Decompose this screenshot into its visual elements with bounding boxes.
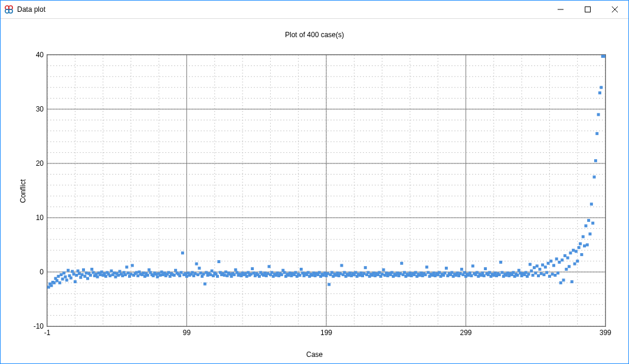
data-point xyxy=(460,268,463,271)
data-point xyxy=(587,219,590,222)
data-point xyxy=(425,265,428,268)
data-point xyxy=(499,261,502,264)
data-point xyxy=(204,283,207,286)
data-point xyxy=(155,273,158,276)
data-point xyxy=(124,273,127,276)
data-point xyxy=(299,274,302,277)
x-axis-label: Case xyxy=(1,350,628,359)
data-point xyxy=(270,271,273,274)
data-point xyxy=(340,264,343,267)
data-point xyxy=(250,273,253,276)
data-point xyxy=(100,271,103,274)
data-point xyxy=(268,265,271,268)
data-point xyxy=(71,270,74,273)
data-point xyxy=(235,271,238,274)
plot-area[interactable]: -10010203040-199199299399 xyxy=(47,54,606,327)
data-point xyxy=(516,274,519,277)
data-point xyxy=(538,268,541,271)
data-point xyxy=(117,274,120,277)
data-point xyxy=(565,268,568,271)
data-point xyxy=(169,275,172,278)
data-point xyxy=(86,277,89,280)
data-point xyxy=(545,271,548,274)
x-tick-label: -1 xyxy=(44,329,51,337)
data-point xyxy=(544,265,547,268)
data-point xyxy=(57,275,60,278)
data-point xyxy=(181,251,184,254)
data-point xyxy=(58,281,61,284)
data-point xyxy=(198,267,201,270)
data-point xyxy=(118,270,121,273)
data-point xyxy=(240,274,243,277)
data-point xyxy=(424,273,427,276)
data-point xyxy=(209,273,212,276)
data-point xyxy=(92,271,95,274)
data-point xyxy=(109,274,112,277)
data-point xyxy=(540,272,543,275)
data-point xyxy=(224,271,227,274)
data-point xyxy=(604,55,606,58)
data-point xyxy=(148,268,150,271)
data-point xyxy=(336,271,339,274)
data-point xyxy=(163,271,166,274)
data-point xyxy=(326,272,329,275)
data-point xyxy=(174,269,177,272)
data-point xyxy=(129,273,132,276)
data-point xyxy=(459,272,462,275)
data-point xyxy=(532,274,535,277)
data-point xyxy=(488,271,491,274)
data-point xyxy=(135,271,138,274)
data-point xyxy=(469,271,471,274)
data-point xyxy=(533,266,536,269)
titlebar[interactable]: Data plot xyxy=(1,1,628,19)
data-point xyxy=(500,271,503,274)
data-point xyxy=(251,267,254,270)
data-point xyxy=(593,176,596,179)
data-point xyxy=(96,276,99,278)
chart-container: Plot of 400 case(s) Conflict Case -10010… xyxy=(1,19,628,363)
data-point xyxy=(125,265,128,268)
data-point xyxy=(399,272,402,275)
data-point xyxy=(517,269,520,272)
data-point xyxy=(339,272,342,275)
data-point xyxy=(572,249,575,252)
data-point xyxy=(103,272,106,275)
data-point xyxy=(445,267,448,270)
data-point xyxy=(588,232,591,235)
data-point xyxy=(542,273,545,276)
data-point xyxy=(327,283,330,286)
data-point xyxy=(99,273,101,276)
data-point xyxy=(362,272,365,275)
y-tick-label: -10 xyxy=(34,322,44,330)
data-point xyxy=(65,278,68,281)
minimize-button[interactable] xyxy=(547,1,574,18)
data-point xyxy=(113,271,116,274)
y-tick-label: 20 xyxy=(36,159,44,168)
data-point xyxy=(77,270,80,273)
data-point xyxy=(72,273,75,276)
data-point xyxy=(247,271,250,274)
data-point xyxy=(597,113,600,116)
data-point xyxy=(586,244,589,247)
data-point xyxy=(470,274,473,277)
data-point xyxy=(566,257,569,260)
data-point xyxy=(178,274,181,277)
data-point xyxy=(456,271,459,274)
data-point xyxy=(280,273,283,276)
maximize-button[interactable] xyxy=(574,1,601,18)
data-point xyxy=(385,271,388,274)
data-point xyxy=(217,260,220,263)
data-point xyxy=(463,271,466,274)
data-point xyxy=(245,275,248,278)
data-point xyxy=(571,280,574,283)
data-point xyxy=(537,274,540,277)
data-point xyxy=(301,271,304,274)
y-tick-label: 10 xyxy=(36,214,44,222)
data-point xyxy=(364,266,367,269)
data-point xyxy=(289,271,291,274)
data-point xyxy=(196,273,199,276)
data-point xyxy=(152,274,155,277)
data-point xyxy=(594,159,597,162)
data-point xyxy=(90,268,93,271)
close-button[interactable] xyxy=(601,1,628,18)
